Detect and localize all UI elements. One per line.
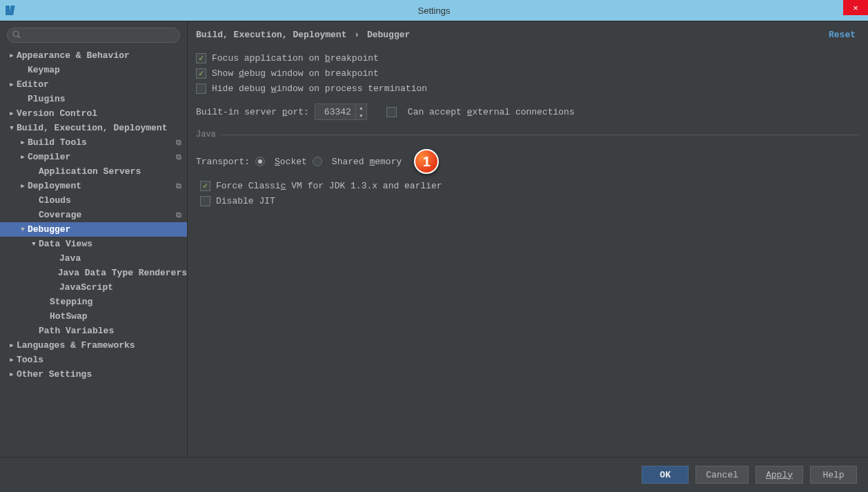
java-section-header: Java xyxy=(196,130,860,139)
tree-item-plugins[interactable]: Plugins xyxy=(0,92,187,106)
tree-item-label: Deployment xyxy=(28,181,176,191)
sidebar: ▶Appearance & BehaviorKeymap▶EditorPlugi… xyxy=(0,21,188,457)
checkbox-icon xyxy=(196,53,206,63)
label: Show debug window on breakpoint xyxy=(212,68,379,79)
search-input[interactable] xyxy=(7,28,180,43)
spinner-buttons[interactable]: ▲▼ xyxy=(355,104,366,119)
tree-item-tools[interactable]: ▶Tools xyxy=(0,353,187,367)
show-debug-window-row[interactable]: Show debug window on breakpoint xyxy=(196,68,860,79)
checkbox-icon xyxy=(200,196,210,206)
tree-item-label: Other Settings xyxy=(17,369,187,380)
breadcrumb-part-1: Build, Execution, Deployment xyxy=(196,30,346,40)
dialog-footer: OK Cancel Apply Help xyxy=(0,457,868,492)
radio-shared-memory[interactable] xyxy=(313,157,322,166)
tree-item-label: Debugger xyxy=(28,224,187,235)
label: Disable JIT xyxy=(216,196,275,206)
settings-tree[interactable]: ▶Appearance & BehaviorKeymap▶EditorPlugi… xyxy=(0,48,187,457)
search-wrap xyxy=(0,27,187,48)
shared-memory-label[interactable]: Shared memory xyxy=(332,157,402,167)
breadcrumb-row: Build, Execution, Deployment › Debugger … xyxy=(188,21,868,46)
tree-item-java-data-type-renderers[interactable]: Java Data Type Renderers xyxy=(0,266,187,280)
tree-item-javascript[interactable]: JavaScript xyxy=(0,280,187,295)
svg-rect-0 xyxy=(6,6,10,15)
tree-item-clouds[interactable]: Clouds xyxy=(0,193,187,208)
chevron-down-icon: ▼ xyxy=(7,125,17,132)
can-accept-external-label[interactable]: Can accept external connections xyxy=(408,107,575,117)
chevron-right-icon: ▶ xyxy=(7,110,17,117)
close-button[interactable]: × xyxy=(843,0,868,15)
ok-button[interactable]: OK xyxy=(642,466,689,484)
titlebar: Settings × xyxy=(0,0,868,21)
divider-line xyxy=(221,135,860,135)
settings-panel: Focus application on breakpoint Show deb… xyxy=(188,46,868,457)
checkbox-icon[interactable] xyxy=(386,107,397,117)
chevron-right-icon: ▶ xyxy=(18,139,28,146)
tree-item-version-control[interactable]: ▶Version Control xyxy=(0,106,187,121)
tree-item-label: Editor xyxy=(17,79,187,90)
label: Force Classic VM for JDK 1.3.x and earli… xyxy=(216,181,442,191)
tree-item-hotswap[interactable]: HotSwap xyxy=(0,309,187,324)
help-button[interactable]: Help xyxy=(810,466,857,484)
chevron-down-icon[interactable]: ▼ xyxy=(356,112,366,119)
chevron-right-icon: ▶ xyxy=(7,81,17,88)
apply-button[interactable]: Apply xyxy=(756,466,803,484)
force-classic-vm-row[interactable]: Force Classic VM for JDK 1.3.x and earli… xyxy=(200,181,860,191)
checkbox-icon xyxy=(200,181,210,191)
tree-item-path-variables[interactable]: Path Variables xyxy=(0,324,187,338)
checkbox-icon xyxy=(196,83,206,94)
content-panel: Build, Execution, Deployment › Debugger … xyxy=(188,21,868,457)
tree-item-java[interactable]: Java xyxy=(0,251,187,266)
tree-item-label: Application Servers xyxy=(39,166,187,177)
chevron-down-icon: ▼ xyxy=(18,226,28,233)
per-project-icon: ⧉ xyxy=(176,153,181,161)
tree-item-keymap[interactable]: Keymap xyxy=(0,63,187,77)
server-port-row: Built-in server port: ▲▼ Can accept exte… xyxy=(196,104,860,120)
tree-item-build-tools[interactable]: ▶Build Tools⧉ xyxy=(0,135,187,150)
tree-item-debugger[interactable]: ▼Debugger xyxy=(0,222,187,237)
server-port-spinner[interactable]: ▲▼ xyxy=(315,104,367,120)
transport-label: Transport: xyxy=(196,157,250,167)
tree-item-label: Java Data Type Renderers xyxy=(58,268,187,278)
section-title: Java xyxy=(196,130,216,139)
cancel-button[interactable]: Cancel xyxy=(696,466,749,484)
tree-item-label: Keymap xyxy=(28,65,187,75)
tree-item-appearance-behavior[interactable]: ▶Appearance & Behavior xyxy=(0,48,187,63)
reset-link[interactable]: Reset xyxy=(829,30,856,40)
tree-item-stepping[interactable]: Stepping xyxy=(0,295,187,309)
svg-point-2 xyxy=(13,31,19,37)
tree-item-other-settings[interactable]: ▶Other Settings xyxy=(0,367,187,382)
server-port-input[interactable] xyxy=(315,107,355,117)
tree-item-application-servers[interactable]: Application Servers xyxy=(0,164,187,179)
tree-item-label: Plugins xyxy=(28,94,187,104)
per-project-icon: ⧉ xyxy=(176,182,181,190)
chevron-up-icon[interactable]: ▲ xyxy=(356,104,366,112)
tree-item-label: Coverage xyxy=(39,210,176,220)
window-title: Settings xyxy=(418,6,451,16)
tree-item-compiler[interactable]: ▶Compiler⧉ xyxy=(0,150,187,164)
hide-debug-window-row[interactable]: Hide debug window on process termination xyxy=(196,83,860,94)
tree-item-label: Build Tools xyxy=(28,137,176,148)
tree-item-editor[interactable]: ▶Editor xyxy=(0,77,187,92)
tree-item-label: Stepping xyxy=(50,297,187,307)
socket-label[interactable]: Socket xyxy=(275,157,307,167)
tree-item-label: Build, Execution, Deployment xyxy=(17,123,187,133)
tree-item-label: Path Variables xyxy=(39,326,187,336)
tree-item-build-execution-deployment[interactable]: ▼Build, Execution, Deployment xyxy=(0,121,187,135)
radio-socket[interactable] xyxy=(255,157,265,166)
chevron-right-icon: ▶ xyxy=(7,356,17,364)
label: Hide debug window on process termination xyxy=(212,83,427,94)
label: Built-in server port: xyxy=(196,107,309,117)
tree-item-languages-frameworks[interactable]: ▶Languages & Frameworks xyxy=(0,338,187,353)
breadcrumb: Build, Execution, Deployment › Debugger xyxy=(196,30,410,40)
callout-badge-1: 1 xyxy=(414,149,439,174)
label: Focus application on breakpoint xyxy=(212,53,379,63)
tree-item-deployment[interactable]: ▶Deployment⧉ xyxy=(0,179,187,193)
chevron-right-icon: ▶ xyxy=(7,371,17,378)
tree-item-coverage[interactable]: Coverage⧉ xyxy=(0,208,187,222)
tree-item-label: Clouds xyxy=(39,195,187,206)
breadcrumb-part-2: Debugger xyxy=(367,30,410,40)
tree-item-data-views[interactable]: ▼Data Views xyxy=(0,237,187,251)
app-icon xyxy=(4,4,17,17)
disable-jit-row[interactable]: Disable JIT xyxy=(200,196,860,206)
focus-on-breakpoint-row[interactable]: Focus application on breakpoint xyxy=(196,53,860,63)
